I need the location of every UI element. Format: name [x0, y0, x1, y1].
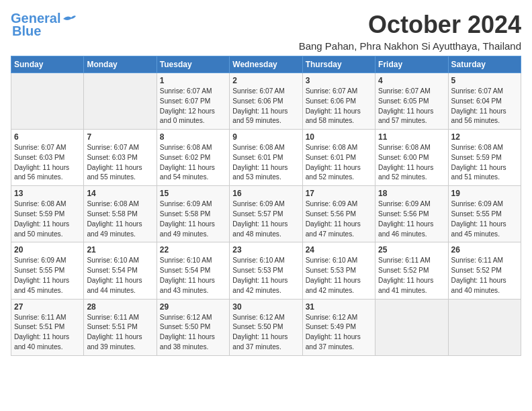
day-cell: 1Sunrise: 6:07 AMSunset: 6:07 PMDaylight…	[157, 73, 229, 130]
day-cell: 7Sunrise: 6:07 AMSunset: 6:03 PMDaylight…	[84, 130, 157, 186]
logo: General Blue	[11, 11, 77, 39]
day-number: 29	[160, 302, 226, 312]
day-info: Sunrise: 6:07 AMSunset: 6:03 PMDaylight:…	[14, 143, 81, 183]
day-info: Sunrise: 6:08 AMSunset: 6:01 PMDaylight:…	[306, 143, 372, 183]
day-info: Sunrise: 6:08 AMSunset: 6:02 PMDaylight:…	[160, 143, 226, 183]
day-cell: 15Sunrise: 6:09 AMSunset: 5:58 PMDayligh…	[157, 186, 229, 242]
title-block: October 2024 Bang Pahan, Phra Nakhon Si …	[299, 11, 521, 52]
day-info: Sunrise: 6:10 AMSunset: 5:53 PMDaylight:…	[306, 256, 372, 295]
week-row-3: 13Sunrise: 6:08 AMSunset: 5:59 PMDayligh…	[11, 186, 521, 242]
day-info: Sunrise: 6:10 AMSunset: 5:53 PMDaylight:…	[232, 256, 299, 295]
day-number: 3	[306, 76, 372, 85]
day-number: 2	[232, 76, 299, 85]
day-info: Sunrise: 6:07 AMSunset: 6:03 PMDaylight:…	[87, 143, 153, 183]
day-cell: 18Sunrise: 6:09 AMSunset: 5:56 PMDayligh…	[375, 186, 448, 242]
day-number: 6	[14, 132, 81, 142]
page-header: General Blue October 2024 Bang Pahan, Ph…	[11, 11, 521, 52]
day-number: 17	[306, 189, 372, 198]
day-number: 31	[306, 302, 372, 312]
day-number: 1	[160, 76, 226, 85]
day-info: Sunrise: 6:08 AMSunset: 5:59 PMDaylight:…	[451, 143, 518, 183]
day-number: 8	[160, 132, 226, 142]
day-info: Sunrise: 6:09 AMSunset: 5:56 PMDaylight:…	[306, 199, 372, 239]
month-title: October 2024	[299, 11, 521, 39]
day-number: 14	[87, 189, 153, 198]
day-info: Sunrise: 6:07 AMSunset: 6:05 PMDaylight:…	[378, 87, 445, 126]
day-number: 15	[160, 189, 226, 198]
day-cell: 31Sunrise: 6:12 AMSunset: 5:49 PMDayligh…	[302, 299, 375, 355]
day-info: Sunrise: 6:12 AMSunset: 5:50 PMDaylight:…	[160, 313, 226, 353]
day-cell: 23Sunrise: 6:10 AMSunset: 5:53 PMDayligh…	[230, 242, 302, 299]
col-header-thursday: Thursday	[302, 56, 375, 73]
day-number: 5	[451, 76, 518, 85]
day-info: Sunrise: 6:07 AMSunset: 6:07 PMDaylight:…	[160, 87, 226, 126]
day-cell: 14Sunrise: 6:08 AMSunset: 5:58 PMDayligh…	[84, 186, 157, 242]
day-cell: 29Sunrise: 6:12 AMSunset: 5:50 PMDayligh…	[157, 299, 229, 355]
day-cell: 16Sunrise: 6:09 AMSunset: 5:57 PMDayligh…	[230, 186, 302, 242]
week-row-5: 27Sunrise: 6:11 AMSunset: 5:51 PMDayligh…	[11, 299, 521, 355]
day-cell: 22Sunrise: 6:10 AMSunset: 5:54 PMDayligh…	[157, 242, 229, 299]
day-number: 22	[160, 245, 226, 255]
day-cell: 3Sunrise: 6:07 AMSunset: 6:06 PMDaylight…	[302, 73, 375, 130]
day-cell	[448, 299, 521, 355]
day-cell: 20Sunrise: 6:09 AMSunset: 5:55 PMDayligh…	[11, 242, 84, 299]
day-cell	[375, 299, 448, 355]
day-cell: 9Sunrise: 6:08 AMSunset: 6:01 PMDaylight…	[230, 130, 302, 186]
day-number: 24	[306, 245, 372, 255]
day-cell	[84, 73, 157, 130]
week-row-4: 20Sunrise: 6:09 AMSunset: 5:55 PMDayligh…	[11, 242, 521, 299]
col-header-tuesday: Tuesday	[157, 56, 229, 73]
day-cell: 27Sunrise: 6:11 AMSunset: 5:51 PMDayligh…	[11, 299, 84, 355]
day-info: Sunrise: 6:10 AMSunset: 5:54 PMDaylight:…	[87, 256, 153, 295]
day-info: Sunrise: 6:08 AMSunset: 6:00 PMDaylight:…	[378, 143, 445, 183]
day-info: Sunrise: 6:07 AMSunset: 6:06 PMDaylight:…	[232, 87, 299, 126]
day-number: 11	[378, 132, 445, 142]
day-info: Sunrise: 6:12 AMSunset: 5:49 PMDaylight:…	[306, 313, 372, 353]
day-cell: 2Sunrise: 6:07 AMSunset: 6:06 PMDaylight…	[230, 73, 302, 130]
day-info: Sunrise: 6:09 AMSunset: 5:56 PMDaylight:…	[378, 199, 445, 239]
day-info: Sunrise: 6:11 AMSunset: 5:52 PMDaylight:…	[378, 256, 445, 295]
week-row-2: 6Sunrise: 6:07 AMSunset: 6:03 PMDaylight…	[11, 130, 521, 186]
day-info: Sunrise: 6:09 AMSunset: 5:55 PMDaylight:…	[14, 256, 81, 295]
day-info: Sunrise: 6:10 AMSunset: 5:54 PMDaylight:…	[160, 256, 226, 295]
day-info: Sunrise: 6:09 AMSunset: 5:55 PMDaylight:…	[451, 199, 518, 239]
col-header-friday: Friday	[375, 56, 448, 73]
day-info: Sunrise: 6:08 AMSunset: 5:59 PMDaylight:…	[14, 199, 81, 239]
day-number: 27	[14, 302, 81, 312]
day-number: 30	[232, 302, 299, 312]
week-row-1: 1Sunrise: 6:07 AMSunset: 6:07 PMDaylight…	[11, 73, 521, 130]
day-cell: 4Sunrise: 6:07 AMSunset: 6:05 PMDaylight…	[375, 73, 448, 130]
day-number: 19	[451, 189, 518, 198]
day-cell: 25Sunrise: 6:11 AMSunset: 5:52 PMDayligh…	[375, 242, 448, 299]
day-number: 4	[378, 76, 445, 85]
day-cell: 13Sunrise: 6:08 AMSunset: 5:59 PMDayligh…	[11, 186, 84, 242]
day-info: Sunrise: 6:11 AMSunset: 5:51 PMDaylight:…	[87, 313, 153, 353]
col-header-wednesday: Wednesday	[230, 56, 302, 73]
col-header-saturday: Saturday	[448, 56, 521, 73]
day-number: 12	[451, 132, 518, 142]
day-info: Sunrise: 6:12 AMSunset: 5:50 PMDaylight:…	[232, 313, 299, 353]
bird-icon	[62, 13, 77, 24]
day-cell: 8Sunrise: 6:08 AMSunset: 6:02 PMDaylight…	[157, 130, 229, 186]
day-number: 13	[14, 189, 81, 198]
day-info: Sunrise: 6:11 AMSunset: 5:52 PMDaylight:…	[451, 256, 518, 295]
day-info: Sunrise: 6:09 AMSunset: 5:57 PMDaylight:…	[232, 199, 299, 239]
day-number: 23	[232, 245, 299, 255]
day-number: 25	[378, 245, 445, 255]
day-cell: 5Sunrise: 6:07 AMSunset: 6:04 PMDaylight…	[448, 73, 521, 130]
day-number: 20	[14, 245, 81, 255]
day-cell: 30Sunrise: 6:12 AMSunset: 5:50 PMDayligh…	[230, 299, 302, 355]
day-number: 28	[87, 302, 153, 312]
day-cell: 6Sunrise: 6:07 AMSunset: 6:03 PMDaylight…	[11, 130, 84, 186]
location-text: Bang Pahan, Phra Nakhon Si Ayutthaya, Th…	[299, 40, 521, 52]
logo-blue: Blue	[12, 24, 41, 39]
day-info: Sunrise: 6:08 AMSunset: 6:01 PMDaylight:…	[232, 143, 299, 183]
day-cell: 10Sunrise: 6:08 AMSunset: 6:01 PMDayligh…	[302, 130, 375, 186]
day-number: 7	[87, 132, 153, 142]
calendar-body: 1Sunrise: 6:07 AMSunset: 6:07 PMDaylight…	[11, 73, 521, 356]
day-cell: 28Sunrise: 6:11 AMSunset: 5:51 PMDayligh…	[84, 299, 157, 355]
day-info: Sunrise: 6:07 AMSunset: 6:06 PMDaylight:…	[306, 87, 372, 126]
day-cell: 21Sunrise: 6:10 AMSunset: 5:54 PMDayligh…	[84, 242, 157, 299]
col-header-sunday: Sunday	[11, 56, 84, 73]
day-info: Sunrise: 6:11 AMSunset: 5:51 PMDaylight:…	[14, 313, 81, 353]
